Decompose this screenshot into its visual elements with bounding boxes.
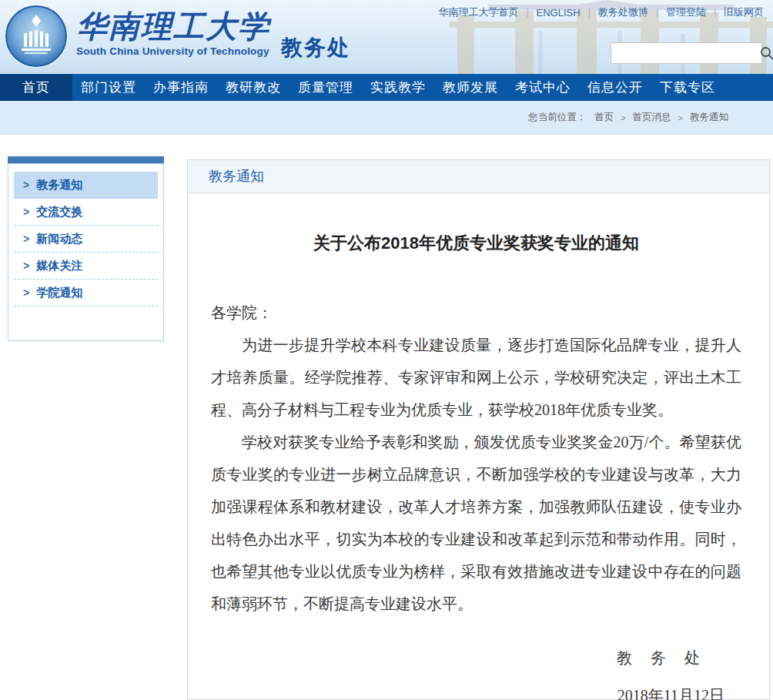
- nav-item-teaching-reform[interactable]: 教研教改: [217, 74, 289, 101]
- sidebar-item-media-focus[interactable]: > 媒体关注: [14, 253, 158, 280]
- chevron-right-icon: >: [23, 206, 29, 218]
- section-header: 教务通知: [188, 160, 769, 193]
- sidebar-top-bar: [8, 156, 164, 163]
- link-separator: |: [588, 7, 591, 18]
- university-name-cn: 华南理工大学: [76, 10, 270, 44]
- scut-seal-logo: [4, 4, 69, 69]
- breadcrumb-separator-icon: >: [621, 113, 625, 122]
- chevron-right-icon: >: [23, 179, 29, 191]
- article-title: 关于公布2018年优质专业奖获奖专业的通知: [211, 231, 741, 256]
- article-paragraph: 为进一步提升学校本科专业建设质量，逐步打造国际化品牌专业，提升人才培养质量。经学…: [211, 329, 741, 426]
- sidebar-item-label: 媒体关注: [36, 259, 82, 273]
- sidebar-menu: > 教务通知 > 交流交换 > 新闻动态 > 媒体关注 > 学院通知: [8, 163, 164, 341]
- link-separator: |: [526, 7, 528, 18]
- article-date: 2018年11月12日: [211, 679, 741, 700]
- article-paragraph: 学校对获奖专业给予表彰和奖励，颁发优质专业奖奖金20万/个。希望获优质专业奖的专…: [211, 426, 741, 620]
- search-box: [611, 42, 762, 64]
- breadcrumb: 您当前位置： 首页 > 首页消息 > 教务通知: [0, 101, 773, 135]
- article-salutation: 各学院：: [211, 296, 741, 329]
- nav-item-quality-management[interactable]: 质量管理: [289, 74, 362, 101]
- sidebar-item-label: 学院通知: [36, 286, 82, 300]
- link-separator: |: [714, 7, 716, 18]
- top-link-scut-home[interactable]: 华南理工大学首页: [438, 5, 518, 19]
- article: 关于公布2018年优质专业奖获奖专业的通知 各学院： 为进一步提升学校本科专业建…: [188, 231, 769, 700]
- chevron-right-icon: >: [23, 260, 29, 272]
- signature: 教 务 处: [211, 641, 741, 674]
- nav-item-information-disclosure[interactable]: 信息公开: [579, 74, 651, 101]
- nav-item-service-guide[interactable]: 办事指南: [145, 74, 217, 101]
- sidebar-item-academic-notices[interactable]: > 教务通知: [14, 172, 158, 199]
- brand: 华南理工大学 South China University of Technol…: [4, 4, 350, 69]
- nav-item-home[interactable]: 首页: [0, 74, 72, 101]
- sidebar-item-label: 新闻动态: [36, 232, 82, 246]
- nav-item-download-zone[interactable]: 下载专区: [651, 74, 724, 101]
- breadcrumb-prefix: 您当前位置：: [528, 111, 586, 124]
- breadcrumb-separator-icon: >: [678, 113, 683, 122]
- breadcrumb-home[interactable]: 首页: [594, 111, 614, 124]
- nav-item-practical-teaching[interactable]: 实践教学: [362, 74, 434, 101]
- section-title: 教务通知: [209, 169, 264, 184]
- top-link-old-site[interactable]: 旧版网页: [724, 5, 764, 19]
- sidebar-item-label: 交流交换: [36, 205, 82, 219]
- link-separator: |: [656, 7, 658, 18]
- breadcrumb-current[interactable]: 教务通知: [690, 111, 728, 124]
- university-name-en: South China University of Technology: [76, 45, 270, 57]
- top-links: 华南理工大学首页 | ENGLISH | 教务处微博 | 管理登陆 | 旧版网页: [438, 5, 764, 19]
- sidebar-item-college-notices[interactable]: > 学院通知: [14, 280, 158, 306]
- search-icon[interactable]: [760, 46, 773, 60]
- sidebar-item-label: 教务通知: [36, 178, 82, 193]
- top-link-english[interactable]: ENGLISH: [537, 7, 581, 18]
- site-name: 教务处: [281, 33, 350, 62]
- nav-item-teacher-development[interactable]: 教师发展: [434, 74, 507, 101]
- content-panel: 教务通知 关于公布2018年优质专业奖获奖专业的通知 各学院： 为进一步提升学校…: [187, 159, 770, 700]
- page: 华南理工大学首页 | ENGLISH | 教务处微博 | 管理登陆 | 旧版网页: [0, 0, 773, 700]
- sidebar: > 教务通知 > 交流交换 > 新闻动态 > 媒体关注 > 学院通知: [8, 156, 164, 341]
- top-link-weibo[interactable]: 教务处微博: [598, 5, 648, 19]
- sidebar-item-news[interactable]: > 新闻动态: [14, 226, 158, 253]
- top-link-admin-login[interactable]: 管理登陆: [666, 5, 706, 19]
- site-header: 华南理工大学首页 | ENGLISH | 教务处微博 | 管理登陆 | 旧版网页: [0, 0, 773, 74]
- chevron-right-icon: >: [23, 233, 29, 245]
- chevron-right-icon: >: [23, 286, 29, 299]
- nav-item-departments[interactable]: 部门设置: [72, 74, 145, 101]
- main-nav: 首页 部门设置 办事指南 教研教改 质量管理 实践教学 教师发展 考试中心 信息…: [0, 74, 773, 101]
- search-input[interactable]: [611, 43, 760, 63]
- breadcrumb-home-news[interactable]: 首页消息: [633, 111, 671, 124]
- brand-text: 华南理工大学 South China University of Technol…: [76, 10, 270, 57]
- nav-item-exam-center[interactable]: 考试中心: [507, 74, 579, 101]
- sidebar-item-exchange[interactable]: > 交流交换: [14, 199, 158, 226]
